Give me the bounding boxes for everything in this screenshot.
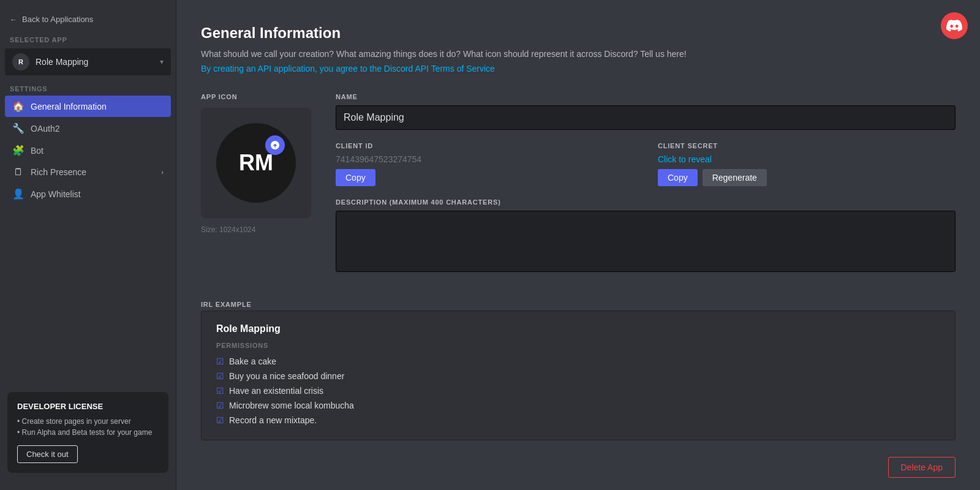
- permission-label: Microbrew some local kombucha: [229, 401, 354, 410]
- permission-item: ☑ Bake a cake: [216, 354, 940, 369]
- client-id-label: CLIENT ID: [336, 142, 633, 149]
- client-fields-row: CLIENT ID 741439647523274754 Copy CLIENT…: [336, 142, 956, 198]
- delete-app-button[interactable]: Delete App: [888, 457, 956, 478]
- permission-item: ☑ Buy you a nice seafood dinner: [216, 369, 940, 383]
- check-it-out-button[interactable]: Check it out: [17, 445, 78, 463]
- chevron-right-icon: ›: [161, 168, 164, 176]
- name-field-label: NAME: [336, 93, 956, 100]
- client-secret-label: CLIENT SECRET: [658, 142, 956, 149]
- app-icon-section: APP ICON RM Size: 1024x1024: [201, 93, 311, 234]
- app-icon-label: APP ICON: [201, 93, 237, 100]
- form-grid: APP ICON RM Size: 1024x1024 NAME: [201, 93, 956, 286]
- name-input[interactable]: [336, 105, 956, 130]
- main-content: General Information What should we call …: [176, 0, 980, 490]
- sidebar-item-label: App Whitelist: [31, 189, 81, 199]
- copy-client-id-button[interactable]: Copy: [336, 169, 375, 186]
- selected-app-label: SELECTED APP: [0, 36, 176, 43]
- permissions-section-label: PERMISSIONS: [216, 342, 940, 349]
- settings-section-label: SETTINGS: [0, 85, 176, 92]
- dev-license-list-item: Create store pages in your server: [17, 416, 159, 427]
- description-textarea[interactable]: [336, 211, 956, 272]
- permission-item: ☑ Microbrew some local kombucha: [216, 398, 940, 413]
- app-icon-upload-area[interactable]: RM: [201, 108, 311, 218]
- developer-license-title: DEVELOPER LICENSE: [17, 402, 159, 411]
- terms-of-service-link[interactable]: By creating an API application, you agre…: [201, 64, 956, 74]
- permission-label: Have an existential crisis: [229, 386, 323, 396]
- developer-license-card: DEVELOPER LICENSE Create store pages in …: [7, 392, 168, 473]
- app-icon-avatar: RM: [216, 123, 296, 203]
- permission-item: ☑ Record a new mixtape.: [216, 413, 940, 428]
- client-id-btn-row: Copy: [336, 169, 633, 186]
- permission-label: Record a new mixtape.: [229, 415, 317, 425]
- icon-size-hint: Size: 1024x1024: [201, 225, 255, 234]
- permission-label: Bake a cake: [229, 356, 276, 366]
- client-id-value: 741439647523274754: [336, 154, 633, 164]
- checkbox-checked-icon: ☑: [216, 386, 224, 396]
- regenerate-button[interactable]: Regenerate: [703, 169, 767, 186]
- developer-license-list: Create store pages in your serverRun Alp…: [17, 416, 159, 438]
- back-to-applications-link[interactable]: ← Back to Applications: [0, 10, 176, 29]
- page-title: General Information: [201, 24, 956, 42]
- name-field-group: NAME: [336, 93, 956, 130]
- dev-license-list-item: Run Alpha and Beta tests for your game: [17, 427, 159, 438]
- sidebar: ← Back to Applications SELECTED APP R Ro…: [0, 0, 176, 490]
- icon-upload-button[interactable]: [265, 135, 285, 155]
- irl-section: IRL EXAMPLE Role Mapping PERMISSIONS ☑ B…: [201, 301, 956, 440]
- app-whitelist-icon: 👤: [12, 188, 24, 200]
- irl-box: Role Mapping PERMISSIONS ☑ Bake a cake ☑…: [201, 311, 956, 440]
- irl-label: IRL EXAMPLE: [201, 301, 956, 308]
- client-secret-btn-row: Copy Regenerate: [658, 169, 956, 186]
- description-field-group: DESCRIPTION (MAXIMUM 400 CHARACTERS): [336, 198, 956, 274]
- checkbox-checked-icon: ☑: [216, 356, 224, 366]
- sidebar-item-label: Bot: [31, 146, 43, 156]
- discord-logo-icon: [941, 12, 968, 39]
- checkbox-checked-icon: ☑: [216, 415, 224, 425]
- click-to-reveal-link[interactable]: Click to reveal: [658, 154, 956, 164]
- sidebar-item-app-whitelist[interactable]: 👤 App Whitelist: [5, 183, 171, 205]
- oauth2-icon: 🔧: [12, 123, 24, 134]
- sidebar-item-label: OAuth2: [31, 124, 59, 134]
- irl-app-name: Role Mapping: [216, 323, 940, 334]
- chevron-down-icon: ▾: [160, 58, 164, 66]
- sidebar-item-bot[interactable]: 🧩 Bot: [5, 140, 171, 161]
- rich-presence-icon: 🗒: [12, 167, 24, 178]
- bot-icon: 🧩: [12, 145, 24, 156]
- page-subtitle: What should we call your creation? What …: [201, 49, 956, 59]
- client-secret-field-group: CLIENT SECRET Click to reveal Copy Regen…: [658, 142, 956, 186]
- checkbox-checked-icon: ☑: [216, 401, 224, 410]
- sidebar-item-general-information[interactable]: 🏠 General Information: [5, 96, 171, 117]
- permission-label: Buy you a nice seafood dinner: [229, 371, 344, 381]
- app-selector-name: Role Mapping: [36, 57, 154, 67]
- back-link-label: Back to Applications: [22, 15, 93, 24]
- nav-items-list: 🏠 General Information 🔧 OAuth2 🧩 Bot 🗒 R…: [0, 95, 176, 205]
- copy-secret-button[interactable]: Copy: [658, 169, 698, 186]
- permissions-list: ☑ Bake a cake ☑ Buy you a nice seafood d…: [216, 354, 940, 428]
- fields-section: NAME CLIENT ID 741439647523274754 Copy C…: [336, 93, 956, 286]
- description-label: DESCRIPTION (MAXIMUM 400 CHARACTERS): [336, 198, 956, 206]
- permission-item: ☑ Have an existential crisis: [216, 383, 940, 398]
- sidebar-item-oauth2[interactable]: 🔧 OAuth2: [5, 118, 171, 139]
- app-avatar: R: [12, 53, 29, 70]
- sidebar-item-label: Rich Presence: [31, 167, 86, 177]
- client-id-field-group: CLIENT ID 741439647523274754 Copy: [336, 142, 633, 186]
- sidebar-item-rich-presence[interactable]: 🗒 Rich Presence ›: [5, 162, 171, 183]
- general-information-icon: 🏠: [12, 100, 24, 112]
- app-selector-dropdown[interactable]: R Role Mapping ▾: [5, 48, 171, 75]
- back-arrow-icon: ←: [10, 15, 17, 24]
- sidebar-item-label: General Information: [31, 102, 107, 111]
- checkbox-checked-icon: ☑: [216, 371, 224, 381]
